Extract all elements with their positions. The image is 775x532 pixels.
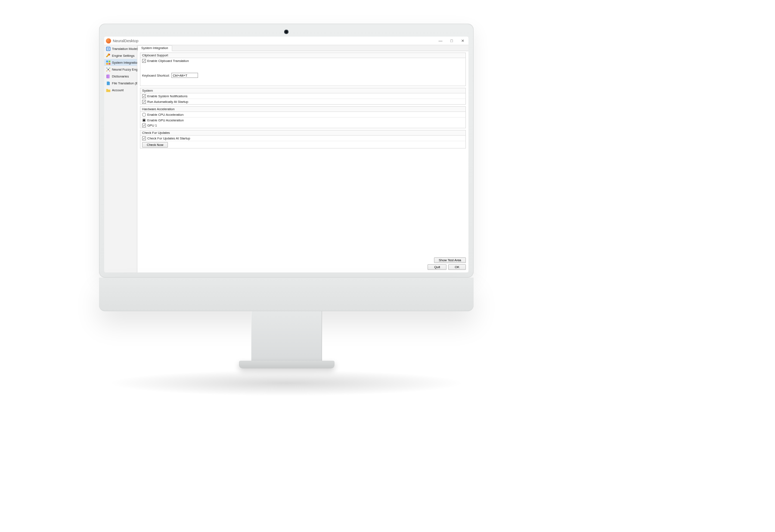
monitor-stand-neck	[251, 311, 322, 363]
quit-button[interactable]: Quit	[428, 264, 446, 270]
row-gpu1[interactable]: GPU 1	[140, 123, 465, 128]
check-now-button[interactable]: Check Now	[142, 142, 168, 148]
nodes-icon	[106, 67, 111, 72]
row-cpu-accel[interactable]: Enable CPU Acceleration	[140, 112, 465, 117]
ok-button[interactable]: OK	[448, 264, 466, 270]
svg-rect-8	[108, 63, 110, 65]
checkbox-label: Enable Clipboard Translation	[147, 59, 189, 63]
radio-label: Enable GPU Acceleration	[147, 118, 184, 122]
desk-shadow	[108, 370, 465, 396]
svg-rect-1	[107, 47, 110, 50]
svg-rect-5	[106, 60, 108, 62]
settings-panel: Clipboard Support Enable Clipboard Trans…	[137, 51, 468, 153]
row-check-now: Check Now	[140, 141, 465, 148]
shortcut-input[interactable]	[171, 73, 198, 78]
monitor-chin	[99, 278, 474, 311]
monitor-stand-base	[239, 361, 335, 368]
checkbox-system-notifications[interactable]	[142, 94, 146, 98]
radio-cpu-accel[interactable]	[142, 113, 146, 117]
row-updates-startup[interactable]: Check For Updates At Startup	[140, 136, 465, 141]
close-button[interactable]: ✕	[457, 37, 468, 45]
show-test-area-button[interactable]: Show Test Area	[434, 257, 466, 263]
folder-icon	[106, 88, 111, 93]
checkbox-label: Check For Updates At Startup	[147, 136, 190, 140]
group-header: Hardware Acceleration	[140, 107, 465, 112]
sidebar-item-engine-settings[interactable]: Engine Settings	[104, 52, 137, 59]
puzzle-icon	[106, 60, 111, 65]
group-updates: Check For Updates Check For Updates At S…	[140, 130, 466, 148]
radio-gpu-accel[interactable]	[142, 118, 146, 122]
globe-icon	[106, 46, 111, 51]
monitor-frame: NeuralDesktop — □ ✕ Translation Models	[99, 24, 474, 278]
group-hardware-acceleration: Hardware Acceleration Enable CPU Acceler…	[140, 106, 466, 128]
group-clipboard: Clipboard Support Enable Clipboard Trans…	[140, 53, 466, 86]
sidebar-item-neural-fuzzy-engine[interactable]: Neural Fuzzy Engine	[104, 66, 137, 73]
sidebar-item-label: Translation Models	[112, 47, 139, 51]
window-controls: — □ ✕	[435, 37, 468, 45]
checkbox-label: Run Automatically At Startup	[147, 100, 188, 104]
svg-rect-6	[108, 60, 110, 62]
svg-rect-3	[107, 49, 109, 49]
group-header: System	[140, 88, 465, 93]
checkbox-gpu1[interactable]	[142, 124, 146, 127]
book-icon	[106, 74, 111, 79]
checkbox-label: GPU 1	[147, 124, 157, 127]
row-keyboard-shortcut: Keyboard Shortcut:	[140, 71, 465, 80]
maximize-button[interactable]: □	[446, 37, 457, 45]
sidebar-item-dictionaries[interactable]: Dictionaries	[104, 73, 137, 80]
app-icon	[106, 38, 111, 43]
sidebar-item-file-translation[interactable]: File Translation (Beta)	[104, 80, 137, 87]
row-autostart[interactable]: Run Automatically At Startup	[140, 99, 465, 104]
checkbox-updates-startup[interactable]	[142, 136, 146, 140]
tab-strip: System Integration	[137, 45, 468, 51]
svg-rect-7	[106, 63, 108, 65]
svg-rect-2	[107, 48, 109, 48]
sidebar: Translation Models Engine Settings Syste…	[104, 45, 137, 272]
footer-buttons: Show Test Area Quit OK	[428, 257, 466, 270]
sidebar-item-label: Engine Settings	[112, 54, 135, 58]
file-icon	[106, 81, 111, 86]
group-system: System Enable System Notifications Run A…	[140, 88, 466, 105]
screen: NeuralDesktop — □ ✕ Translation Models	[104, 37, 468, 272]
radio-label: Enable CPU Acceleration	[147, 113, 183, 117]
titlebar: NeuralDesktop — □ ✕	[104, 37, 468, 45]
sidebar-item-translation-models[interactable]: Translation Models	[104, 45, 137, 52]
sidebar-item-system-integration[interactable]: System Integration	[104, 59, 137, 66]
window-title: NeuralDesktop	[113, 39, 139, 43]
checkbox-autostart[interactable]	[142, 100, 146, 104]
row-gpu-accel[interactable]: Enable GPU Acceleration	[140, 117, 465, 123]
checkbox-label: Enable System Notifications	[147, 94, 187, 98]
app-body: Translation Models Engine Settings Syste…	[104, 45, 468, 272]
checkbox-enable-clipboard[interactable]	[142, 59, 146, 63]
camera-dot	[284, 30, 288, 34]
svg-rect-15	[107, 74, 110, 78]
sidebar-item-account[interactable]: Account	[104, 87, 137, 93]
sidebar-item-label: System Integration	[112, 61, 139, 65]
group-header: Check For Updates	[140, 130, 465, 136]
tab-system-integration[interactable]: System Integration	[137, 45, 172, 51]
sidebar-item-label: Account	[112, 88, 124, 92]
row-enable-clipboard[interactable]: Enable Clipboard Translation	[140, 58, 465, 63]
row-system-notifications[interactable]: Enable System Notifications	[140, 93, 465, 99]
wrench-icon	[106, 53, 111, 58]
sidebar-item-label: Dictionaries	[112, 74, 129, 78]
minimize-button[interactable]: —	[435, 37, 446, 45]
main-panel: System Integration Clipboard Support Ena…	[137, 45, 468, 272]
svg-point-4	[109, 54, 110, 55]
group-header: Clipboard Support	[140, 53, 465, 58]
shortcut-label: Keyboard Shortcut:	[142, 74, 170, 77]
